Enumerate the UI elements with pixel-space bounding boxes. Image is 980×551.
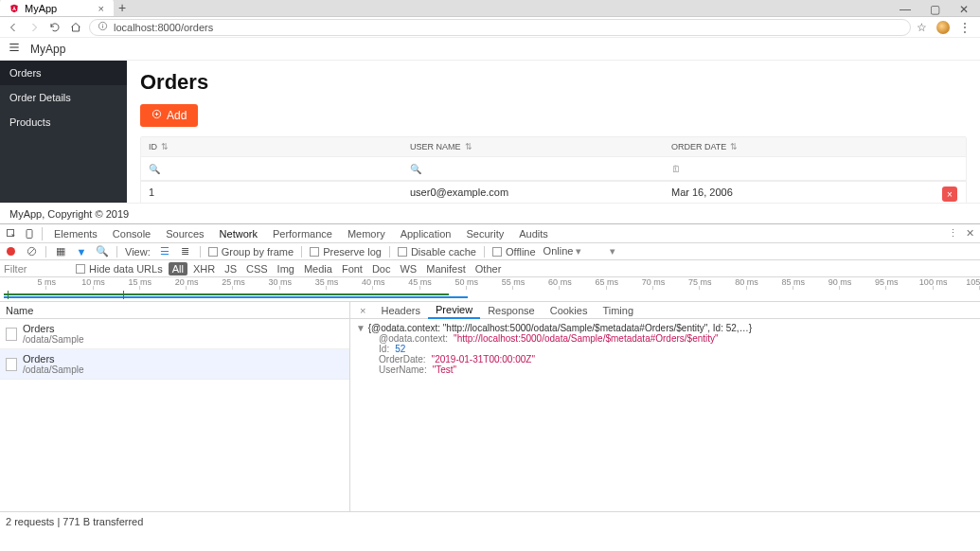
hide-data-urls-checkbox[interactable]: Hide data URLs — [76, 263, 163, 275]
cell-id: 1 — [141, 182, 402, 203]
window-minimize-button[interactable]: — — [896, 3, 915, 16]
filter-type-all[interactable]: All — [169, 262, 187, 276]
filter-type-xhr[interactable]: XHR — [189, 262, 219, 276]
filter-type-font[interactable]: Font — [338, 262, 366, 276]
offline-checkbox[interactable]: Offline — [492, 246, 536, 258]
timeline-tick: 35 ms — [280, 277, 327, 285]
filter-id[interactable]: 🔍 — [141, 157, 402, 180]
timeline-tick: 5 ms — [0, 277, 46, 285]
add-button[interactable]: Add — [140, 104, 198, 127]
profile-avatar[interactable] — [936, 21, 950, 34]
document-icon — [6, 328, 17, 341]
svg-line-7 — [28, 249, 34, 255]
detail-tab-response[interactable]: Response — [480, 302, 543, 319]
back-icon[interactable] — [6, 20, 21, 35]
filter-type-img[interactable]: Img — [274, 262, 298, 276]
filter-type-js[interactable]: JS — [221, 262, 241, 276]
column-header-user[interactable]: USER NAME⇅ — [402, 137, 664, 156]
sidebar-item-orders[interactable]: Orders — [0, 61, 127, 85]
devtools-panel-sources[interactable]: Sources — [158, 224, 211, 243]
tab-close-icon[interactable]: × — [98, 3, 104, 14]
kebab-menu-icon[interactable]: ⋮ — [959, 21, 971, 34]
footer-text: MyApp, Copyright © 2019 — [9, 208, 129, 220]
request-list-header[interactable]: Name — [0, 302, 349, 319]
timeline-tick: 100 ms — [886, 277, 933, 285]
devtools-panel-memory[interactable]: Memory — [340, 224, 393, 243]
throttle-select[interactable]: Online ▾ — [543, 245, 582, 258]
window-maximize-button[interactable]: ▢ — [926, 3, 944, 16]
devtools-panel-security[interactable]: Security — [458, 224, 511, 243]
forward-icon[interactable] — [27, 20, 42, 35]
info-icon — [98, 21, 108, 33]
search-icon: 🔍 — [410, 164, 421, 174]
filter-type-other[interactable]: Other — [472, 262, 506, 276]
page-title: Orders — [140, 70, 967, 95]
hamburger-icon[interactable] — [8, 41, 21, 57]
network-timeline[interactable]: 5 ms10 ms15 ms20 ms25 ms30 ms35 ms40 ms4… — [0, 277, 980, 302]
devtools-panel-performance[interactable]: Performance — [265, 224, 340, 243]
overflow-icon[interactable]: ▾ — [610, 245, 615, 258]
timeline-tick: 20 ms — [140, 277, 187, 285]
search-icon[interactable]: 🔍 — [96, 245, 109, 258]
detail-close-icon[interactable]: × — [354, 305, 371, 316]
star-icon[interactable]: ☆ — [917, 21, 927, 34]
request-name: Orders — [23, 323, 84, 334]
sidebar-item-products[interactable]: Products — [0, 110, 127, 134]
device-toggle-icon[interactable] — [23, 226, 38, 241]
detail-tab-preview[interactable]: Preview — [428, 302, 480, 319]
devtools-panel-elements[interactable]: Elements — [46, 224, 105, 243]
clear-button[interactable] — [25, 245, 38, 258]
devtools-panel-application[interactable]: Application — [393, 224, 459, 243]
filter-user[interactable]: 🔍 — [402, 157, 664, 180]
sidebar: Orders Order Details Products — [0, 61, 127, 203]
detail-tab-cookies[interactable]: Cookies — [543, 302, 596, 319]
devtools-close-icon[interactable]: ✕ — [966, 227, 974, 240]
request-row[interactable]: Orders/odata/Sample — [0, 319, 349, 349]
view-waterfall-icon[interactable]: ≣ — [179, 245, 192, 258]
filter-type-manifest[interactable]: Manifest — [422, 262, 470, 276]
detail-tab-headers[interactable]: Headers — [373, 302, 428, 319]
filmstrip-icon[interactable]: ▦ — [54, 245, 67, 258]
filter-toggle-icon[interactable]: ▼ — [75, 245, 88, 258]
sidebar-item-label: Products — [9, 116, 50, 128]
sidebar-item-order-details[interactable]: Order Details — [0, 85, 127, 110]
preserve-log-checkbox[interactable]: Preserve log — [310, 246, 382, 258]
filter-input[interactable]: Filter — [4, 263, 70, 275]
record-button[interactable] — [4, 245, 17, 258]
detail-tab-timing[interactable]: Timing — [595, 302, 641, 319]
address-bar[interactable]: localhost:8000/orders — [89, 19, 911, 36]
devtools-settings-icon[interactable]: ⋮ — [948, 227, 958, 240]
content: Orders Add ID⇅ USER NAME⇅ ORDER DATE⇅ 🔍 … — [127, 61, 980, 203]
group-by-frame-checkbox[interactable]: Group by frame — [208, 246, 294, 258]
filter-type-doc[interactable]: Doc — [368, 262, 395, 276]
filter-type-css[interactable]: CSS — [242, 262, 272, 276]
detail-tabs: × HeadersPreviewResponseCookiesTiming — [350, 302, 980, 319]
column-header-date[interactable]: ORDER DATE⇅ — [664, 137, 934, 156]
filter-type-ws[interactable]: WS — [396, 262, 420, 276]
delete-row-button[interactable]: × — [942, 187, 957, 202]
devtools-panel-console[interactable]: Console — [105, 224, 158, 243]
column-header-id[interactable]: ID⇅ — [141, 137, 402, 156]
disable-cache-checkbox[interactable]: Disable cache — [398, 246, 476, 258]
timeline-tick: 45 ms — [373, 277, 419, 285]
view-large-icon[interactable]: ☰ — [158, 245, 171, 258]
devtools-panel-audits[interactable]: Audits — [511, 224, 556, 243]
timeline-tick: 80 ms — [700, 277, 746, 285]
window-close-button[interactable]: ✕ — [955, 3, 972, 16]
inspect-element-icon[interactable] — [4, 226, 19, 241]
reload-icon[interactable] — [47, 20, 62, 35]
home-icon[interactable] — [68, 20, 83, 35]
browser-tab[interactable]: MyApp × — [0, 0, 114, 16]
filter-type-media[interactable]: Media — [300, 262, 336, 276]
search-icon: 🔍 — [149, 164, 160, 174]
timeline-tick: 90 ms — [793, 277, 840, 285]
request-row[interactable]: Orders/odata/Sample — [0, 349, 349, 380]
table-row[interactable]: 1user0@example.comMar 16, 2006× — [141, 181, 966, 203]
new-tab-button[interactable]: + — [114, 0, 131, 16]
timeline-tick: 25 ms — [187, 277, 233, 285]
cell-user: user0@example.com — [402, 182, 664, 203]
devtools-panel-network[interactable]: Network — [212, 224, 265, 243]
svg-rect-5 — [27, 229, 32, 238]
filter-date[interactable]: 🗓 — [664, 157, 934, 180]
preview-body[interactable]: ▼ {@odata.context: "http://localhost:500… — [350, 319, 980, 511]
